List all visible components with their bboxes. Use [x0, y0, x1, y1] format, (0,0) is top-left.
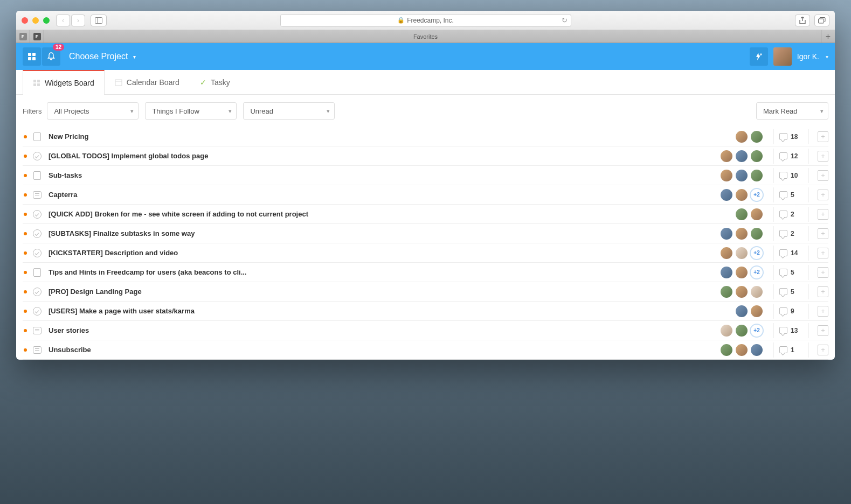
- avatar[interactable]: [735, 285, 749, 299]
- favorite-tab-2[interactable]: F: [30, 30, 44, 43]
- dashboard-button[interactable]: [23, 47, 41, 66]
- favorite-tab-1[interactable]: F: [16, 30, 30, 43]
- avatar-more[interactable]: +2: [750, 324, 764, 338]
- avatar[interactable]: [750, 149, 764, 163]
- feed-row[interactable]: [KICKSTARTER] Description and video+214+: [23, 243, 828, 263]
- project-selector[interactable]: Choose Project ▾: [69, 52, 136, 61]
- address-bar[interactable]: 🔒 Freedcamp, Inc. ↻: [280, 14, 571, 27]
- user-avatar[interactable]: [773, 47, 792, 66]
- feed-row[interactable]: Unsubscribe1+: [23, 340, 828, 360]
- avatar[interactable]: [750, 285, 764, 299]
- avatar[interactable]: [750, 169, 764, 183]
- comment-count[interactable]: 2: [779, 230, 803, 237]
- svg-rect-0: [95, 17, 102, 23]
- expand-button[interactable]: +: [818, 190, 828, 200]
- avatar[interactable]: [735, 265, 749, 279]
- avatar[interactable]: [719, 265, 734, 279]
- expand-button[interactable]: +: [818, 267, 828, 278]
- filter-following-select[interactable]: Things I Follow: [145, 102, 237, 120]
- new-tab-button[interactable]: +: [821, 30, 835, 43]
- notifications-button[interactable]: 12: [42, 47, 60, 66]
- avatar[interactable]: [735, 149, 749, 163]
- avatar[interactable]: [719, 246, 734, 260]
- comment-count[interactable]: 13: [779, 327, 803, 334]
- forward-button[interactable]: ›: [71, 15, 85, 26]
- tabs-button[interactable]: [814, 15, 829, 26]
- notification-badge: 12: [53, 44, 64, 51]
- avatar-more[interactable]: +2: [750, 246, 764, 260]
- maximize-window-button[interactable]: [43, 17, 50, 24]
- avatar[interactable]: [735, 169, 749, 183]
- view-tab-tasky[interactable]: ✓Tasky: [190, 70, 240, 94]
- comment-count[interactable]: 9: [779, 307, 803, 315]
- expand-button[interactable]: +: [818, 325, 828, 336]
- avatar[interactable]: [750, 227, 764, 241]
- avatar[interactable]: [750, 343, 764, 357]
- filter-projects-select[interactable]: All Projects: [47, 102, 139, 120]
- feed-row[interactable]: New Pricing18+: [23, 127, 828, 146]
- share-button[interactable]: [795, 15, 810, 26]
- avatar[interactable]: [719, 188, 734, 202]
- avatar[interactable]: [735, 343, 749, 357]
- comment-count[interactable]: 14: [779, 249, 803, 257]
- avatar[interactable]: [719, 285, 734, 299]
- feed-row[interactable]: User stories+213+: [23, 321, 828, 340]
- avatar[interactable]: [719, 227, 734, 241]
- minimize-window-button[interactable]: [32, 17, 39, 24]
- mark-read-select[interactable]: Mark Read: [756, 102, 828, 120]
- feed-row[interactable]: [USERS] Make a page with user stats/karm…: [23, 302, 828, 321]
- feed-row[interactable]: [PRO] Design Landing Page5+: [23, 282, 828, 302]
- avatar[interactable]: [735, 246, 749, 260]
- comment-count[interactable]: 5: [779, 269, 803, 276]
- avatar[interactable]: [750, 304, 764, 318]
- sidebar-toggle-button[interactable]: [91, 15, 107, 26]
- avatar[interactable]: [735, 188, 749, 202]
- avatar-group: +2: [719, 324, 764, 338]
- expand-button[interactable]: +: [818, 131, 828, 142]
- comment-count[interactable]: 5: [779, 191, 803, 199]
- avatar[interactable]: [735, 304, 749, 318]
- avatar[interactable]: [719, 149, 734, 163]
- task-icon: [33, 229, 41, 238]
- reload-icon[interactable]: ↻: [562, 16, 568, 24]
- expand-button[interactable]: +: [818, 151, 828, 162]
- comment-count[interactable]: 5: [779, 288, 803, 296]
- comment-count[interactable]: 12: [779, 152, 803, 160]
- feed-row[interactable]: Capterra+25+: [23, 185, 828, 205]
- view-tab-calendar-board[interactable]: Calendar Board: [105, 70, 190, 94]
- avatar[interactable]: [719, 324, 734, 338]
- feed-row[interactable]: [QUICK ADD] Broken for me - see white sc…: [23, 205, 828, 224]
- expand-button[interactable]: +: [818, 345, 828, 355]
- expand-button[interactable]: +: [818, 228, 828, 239]
- feed-row[interactable]: [SUBTASKS] Finalize subtasks in some way…: [23, 224, 828, 243]
- avatar[interactable]: [735, 324, 749, 338]
- avatar[interactable]: [750, 207, 764, 221]
- quick-add-button[interactable]: [750, 47, 768, 66]
- back-button[interactable]: ‹: [56, 15, 70, 26]
- feed-row[interactable]: Tips and Hints in Freedcamp for users (a…: [23, 263, 828, 282]
- avatar[interactable]: [735, 227, 749, 241]
- expand-button[interactable]: +: [818, 306, 828, 317]
- avatar[interactable]: [719, 343, 734, 357]
- comment-count[interactable]: 2: [779, 211, 803, 218]
- feed-row[interactable]: [GLOBAL TODOS] Implement global todos pa…: [23, 146, 828, 166]
- expand-button[interactable]: +: [818, 286, 828, 297]
- avatar-more[interactable]: +2: [750, 265, 764, 279]
- user-menu[interactable]: Igor K. ▾: [797, 52, 828, 61]
- comment-count[interactable]: 1: [779, 346, 803, 354]
- expand-button[interactable]: +: [818, 248, 828, 258]
- svg-rect-4: [33, 80, 36, 82]
- comment-count[interactable]: 10: [779, 172, 803, 179]
- avatar[interactable]: [735, 207, 749, 221]
- avatar-more[interactable]: +2: [750, 188, 764, 202]
- avatar[interactable]: [735, 130, 749, 144]
- avatar[interactable]: [719, 169, 734, 183]
- expand-button[interactable]: +: [818, 170, 828, 181]
- filter-read-select[interactable]: Unread: [243, 102, 335, 120]
- comment-count[interactable]: 18: [779, 133, 803, 141]
- close-window-button[interactable]: [22, 17, 28, 24]
- feed-row[interactable]: Sub-tasks10+: [23, 166, 828, 185]
- view-tab-widgets-board[interactable]: Widgets Board: [23, 70, 105, 95]
- expand-button[interactable]: +: [818, 209, 828, 220]
- avatar[interactable]: [750, 130, 764, 144]
